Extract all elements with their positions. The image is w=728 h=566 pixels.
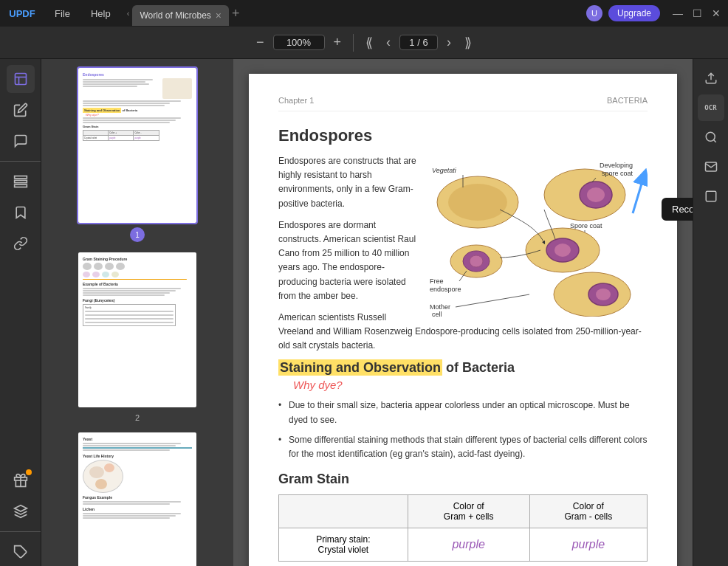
thumb-img-2: Gram Staining Procedure xyxy=(78,252,196,407)
table-header-gram-minus: Color ofGram - cells xyxy=(529,495,647,528)
sidebar-divider xyxy=(0,161,41,162)
window-controls: — ☐ ✕ xyxy=(672,7,722,19)
right-icon-search[interactable] xyxy=(698,124,724,151)
svg-text:Developing: Developing xyxy=(600,162,633,169)
right-icon-mail[interactable] xyxy=(698,153,724,180)
right-icon-save[interactable] xyxy=(698,65,724,92)
svg-rect-0 xyxy=(15,74,26,85)
svg-rect-4 xyxy=(14,180,27,182)
maximize-button[interactable]: ☐ xyxy=(691,7,703,19)
right-icon-box[interactable] xyxy=(698,183,724,210)
tab-world-microbes[interactable]: World of Microbes × xyxy=(132,5,229,26)
main-area: Endospores xyxy=(0,59,728,566)
sidebar-icon-tag[interactable] xyxy=(7,538,35,566)
tab-label: World of Microbes xyxy=(140,10,210,21)
why-dye-text: Why dye? xyxy=(293,379,648,391)
svg-point-11 xyxy=(448,184,507,221)
close-button[interactable]: ✕ xyxy=(710,7,722,19)
svg-rect-3 xyxy=(14,176,27,179)
svg-text:Mother: Mother xyxy=(430,303,450,311)
sidebar-icon-doc[interactable] xyxy=(7,65,35,93)
menu-file[interactable]: File xyxy=(44,0,80,27)
staining-section: Staining and Observation of Bacteria Why… xyxy=(278,360,648,461)
staining-title-rest: of Bacteria xyxy=(442,360,515,375)
menu-help[interactable]: Help xyxy=(80,0,121,27)
svg-point-30 xyxy=(554,244,571,257)
thumb-wrapper-2[interactable]: Gram Staining Procedure xyxy=(77,251,198,409)
bullet-1: Due to their small size, bacteria appear… xyxy=(278,398,648,427)
table-header-gram-plus: Color ofGram + cells xyxy=(408,495,529,528)
new-tab-button[interactable]: + xyxy=(232,6,240,21)
staining-title-highlighted: Staining and Observation xyxy=(278,359,442,376)
thumb-img-3: Yeast Yeast Life History xyxy=(78,432,196,566)
bullet-2: Some differential staining methods that … xyxy=(278,433,648,461)
minimize-button[interactable]: — xyxy=(672,7,684,19)
tab-close-button[interactable]: × xyxy=(216,10,222,21)
zoom-in-button[interactable]: + xyxy=(329,32,346,53)
table-cell-gram-minus-color: purple xyxy=(529,528,647,562)
table-header-gram-minus-text: Color ofGram - cells xyxy=(565,501,613,522)
sidebar-divider-2 xyxy=(0,531,41,532)
svg-line-40 xyxy=(713,139,715,142)
sidebar-icon-layers[interactable] xyxy=(7,497,35,525)
thumbnail-2[interactable]: Gram Staining Procedure xyxy=(49,251,226,422)
table-cell-stain-name: Primary stain:Crystal violet xyxy=(279,528,408,562)
sidebar-icon-bookmark[interactable] xyxy=(7,199,35,227)
next-page-button[interactable]: › xyxy=(442,32,456,53)
svg-marker-8 xyxy=(14,505,27,511)
svg-text:Spore coat: Spore coat xyxy=(570,222,602,229)
sidebar-icon-edit[interactable] xyxy=(7,96,35,124)
chapter-header: Chapter 1 BACTERIA xyxy=(278,96,648,111)
thumb-wrapper-3[interactable]: Yeast Yeast Life History xyxy=(77,431,198,566)
toolbar: − + ⟪ ‹ › ⟫ xyxy=(0,27,728,59)
table-cell-gram-plus-color: purple xyxy=(408,528,529,562)
thumb-wrapper-1[interactable]: Endospores xyxy=(77,66,198,224)
svg-text:cell: cell xyxy=(432,311,442,317)
app-logo: UPDF xyxy=(0,0,44,27)
svg-point-16 xyxy=(470,255,483,267)
sidebar-icon-organize[interactable] xyxy=(7,168,35,196)
table-header-empty xyxy=(279,495,408,528)
zoom-out-button[interactable]: − xyxy=(252,32,269,53)
tab-bar: ‹ World of Microbes × + xyxy=(124,0,586,27)
skip-first-button[interactable]: ⟪ xyxy=(361,32,377,54)
doc-area[interactable]: Chapter 1 BACTERIA Endospores Vegetati xyxy=(233,59,693,566)
zoom-input[interactable] xyxy=(273,35,325,50)
sidebar-icon-link[interactable] xyxy=(7,229,35,258)
page-label-2: 2 xyxy=(135,413,140,422)
thumbnail-1[interactable]: Endospores xyxy=(49,66,226,242)
svg-line-36 xyxy=(456,294,529,307)
sidebar-icon-comment[interactable] xyxy=(7,127,35,155)
thumb-img-1: Endospores xyxy=(78,68,196,223)
gram-table: Color ofGram + cells Color ofGram - cell… xyxy=(278,494,648,562)
page-num-1: 1 xyxy=(130,227,145,242)
left-sidebar xyxy=(0,59,41,566)
table-header-gram-plus-text: Color ofGram + cells xyxy=(444,501,494,522)
chapter-right-label: BACTERIA xyxy=(607,96,648,105)
svg-text:Vegetati: Vegetati xyxy=(432,167,457,174)
gram-stain-title: Gram Stain xyxy=(278,472,648,487)
svg-rect-5 xyxy=(14,184,27,187)
right-icon-ocr[interactable]: OCR xyxy=(698,94,724,121)
table-row-crystal-violet: Primary stain:Crystal violet purple purp… xyxy=(279,528,648,562)
svg-text:Free: Free xyxy=(430,277,444,285)
skip-last-button[interactable]: ⟫ xyxy=(460,32,476,54)
svg-point-22 xyxy=(587,187,605,202)
doc-page: Chapter 1 BACTERIA Endospores Vegetati xyxy=(249,74,677,566)
sidebar-icon-gift[interactable] xyxy=(7,466,35,494)
svg-text:spore coat: spore coat xyxy=(602,170,633,177)
separator xyxy=(353,34,354,52)
page-input[interactable] xyxy=(399,35,438,50)
gift-badge xyxy=(26,469,32,475)
right-sidebar: OCR xyxy=(693,59,728,566)
staining-title: Staining and Observation of Bacteria xyxy=(278,360,648,376)
menu-bar: File Help xyxy=(44,0,121,27)
upgrade-button[interactable]: Upgrade xyxy=(608,5,660,21)
user-avatar: U xyxy=(586,5,602,21)
thumbnail-3[interactable]: Yeast Yeast Life History xyxy=(49,431,226,566)
tab-arrow-left[interactable]: ‹ xyxy=(124,9,133,18)
svg-text:endospore: endospore xyxy=(430,286,461,293)
prev-page-button[interactable]: ‹ xyxy=(382,32,395,53)
svg-point-33 xyxy=(596,289,611,300)
ocr-tooltip: Recognize Text Using OCR xyxy=(662,198,693,221)
